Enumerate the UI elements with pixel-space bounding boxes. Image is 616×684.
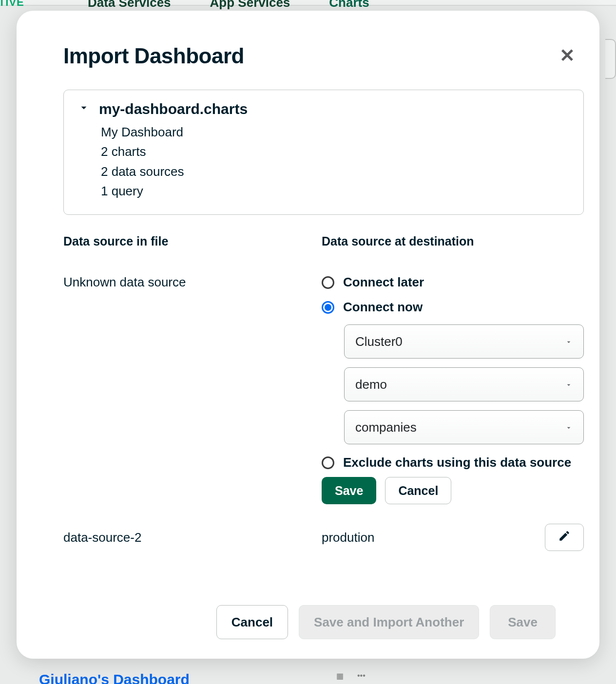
edit-source2-button[interactable] xyxy=(545,524,584,551)
close-icon[interactable]: ✕ xyxy=(559,45,575,66)
file-name-label: my-dashboard.charts xyxy=(99,101,248,117)
source-cancel-button[interactable]: Cancel xyxy=(385,477,451,504)
footer-cancel-button[interactable]: Cancel xyxy=(216,605,288,639)
caret-down-icon xyxy=(565,420,573,435)
import-dashboard-modal: ✕ Import Dashboard my-dashboard.charts M… xyxy=(17,11,599,659)
database-select[interactable]: demo xyxy=(344,367,584,401)
pencil-icon xyxy=(558,530,571,546)
collection-select[interactable]: companies xyxy=(344,410,584,444)
radio-icon xyxy=(322,276,334,289)
footer-save-button[interactable]: Save xyxy=(490,605,556,639)
source-count: 2 data sources xyxy=(101,162,570,181)
radio-exclude-label: Exclude charts using this data source xyxy=(343,455,571,470)
chevron-down-icon xyxy=(77,101,90,117)
radio-connect-now-label: Connect now xyxy=(343,300,423,315)
collection-select-value: companies xyxy=(355,420,417,435)
radio-exclude[interactable]: Exclude charts using this data source xyxy=(322,455,584,470)
radio-icon xyxy=(322,301,334,314)
radio-connect-later[interactable]: Connect later xyxy=(322,275,584,290)
cluster-select-value: Cluster0 xyxy=(355,334,403,349)
source2-dest-label: prodution xyxy=(322,530,374,545)
radio-icon xyxy=(322,456,334,469)
cluster-select[interactable]: Cluster0 xyxy=(344,324,584,359)
source1-file-label: Unknown data source xyxy=(63,275,312,290)
modal-title: Import Dashboard xyxy=(63,44,566,68)
footer-save-import-another-button[interactable]: Save and Import Another xyxy=(299,605,479,639)
source2-file-label: data-source-2 xyxy=(63,530,322,545)
source-save-button[interactable]: Save xyxy=(322,477,376,504)
radio-connect-later-label: Connect later xyxy=(343,275,424,290)
query-count: 1 query xyxy=(101,181,570,201)
radio-connect-now[interactable]: Connect now xyxy=(322,300,584,315)
chart-count: 2 charts xyxy=(101,142,570,161)
file-summary-box: my-dashboard.charts My Dashboard 2 chart… xyxy=(63,90,584,215)
dashboard-name: My Dashboard xyxy=(101,122,570,142)
file-summary-toggle[interactable]: my-dashboard.charts xyxy=(77,101,570,117)
database-select-value: demo xyxy=(355,377,387,392)
left-column-header: Data source in file xyxy=(63,234,312,248)
caret-down-icon xyxy=(565,334,573,349)
caret-down-icon xyxy=(565,377,573,392)
right-column-header: Data source at destination xyxy=(322,234,584,248)
